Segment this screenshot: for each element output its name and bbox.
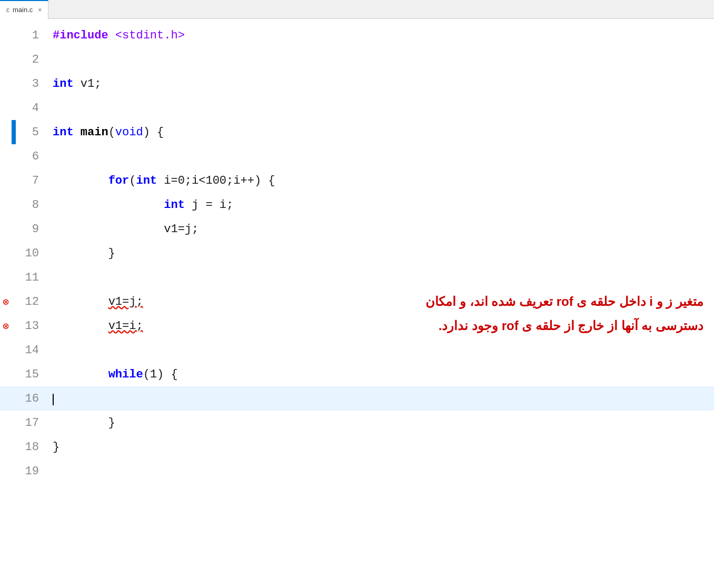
line-content-13: v1=i; — [47, 320, 418, 333]
line-number-15: 15 — [16, 368, 47, 381]
line-content-15: while(1) { — [47, 368, 714, 381]
line-number-6: 6 — [16, 150, 47, 163]
code-line-17: 17 } — [0, 411, 714, 435]
code-line-6: 6 — [0, 144, 714, 168]
code-line-2: 2 — [0, 47, 714, 72]
line-number-2: 2 — [16, 53, 47, 66]
line-content-5: int main(void) { — [47, 126, 714, 139]
editor-window: c main.c × 1#include <stdint.h>23int v1;… — [0, 0, 714, 588]
code-line-12: ⊗12 v1=j;متغیر ز و i داخل حلقه ی for تعر… — [0, 290, 714, 314]
error-dot: ⊗ — [3, 320, 9, 333]
code-line-1: 1#include <stdint.h> — [0, 23, 714, 47]
code-line-16: 16 — [0, 386, 714, 411]
error-indicator-13: ⊗ — [0, 320, 12, 333]
code-line-7: 7 for(int i=0;i<100;i++) { — [0, 168, 714, 193]
line-number-16: 16 — [16, 392, 47, 405]
code-line-15: 15 while(1) { — [0, 362, 714, 386]
line-number-10: 10 — [16, 247, 47, 260]
line-content-3: int v1; — [47, 77, 714, 91]
tab-bar: c main.c × — [0, 0, 714, 19]
code-line-4: 4 — [0, 96, 714, 120]
line-content-17: } — [47, 416, 714, 430]
code-editor[interactable]: 1#include <stdint.h>23int v1;45int main(… — [0, 19, 714, 588]
line-number-9: 9 — [16, 223, 47, 236]
line-number-18: 18 — [16, 441, 47, 454]
line-number-13: 13 — [16, 320, 47, 333]
annotation-line-12: متغیر ز و i داخل حلقه ی for تعریف شده ان… — [425, 294, 703, 309]
line-number-4: 4 — [16, 102, 47, 115]
line-content-8: int j = i; — [47, 198, 714, 212]
error-indicator-12: ⊗ — [0, 295, 12, 308]
line-content-7: for(int i=0;i<100;i++) { — [47, 174, 714, 187]
line-number-14: 14 — [16, 344, 47, 357]
line-number-5: 5 — [16, 126, 47, 139]
line-content-1: #include <stdint.h> — [47, 29, 714, 42]
annotation-line-13: دسترسی به آنها از خارج از حلقه ی for وجو… — [439, 318, 703, 333]
code-line-14: 14 — [0, 338, 714, 362]
line-content-16 — [47, 392, 714, 405]
code-line-10: 10 } — [0, 241, 714, 265]
line-content-9: v1=j; — [47, 223, 714, 236]
error-dot: ⊗ — [3, 295, 9, 308]
line-number-11: 11 — [16, 271, 47, 284]
file-tab[interactable]: c main.c × — [0, 0, 48, 19]
line-number-17: 17 — [16, 416, 47, 430]
file-tab-icon: c — [6, 6, 9, 14]
line-content-12: v1=j; — [47, 295, 404, 308]
line-content-10: } — [47, 247, 714, 260]
code-line-9: 9 v1=j; — [0, 217, 714, 241]
code-line-19: 19 — [0, 459, 714, 483]
line-number-19: 19 — [16, 465, 47, 478]
code-line-18: 18} — [0, 435, 714, 459]
code-area: 1#include <stdint.h>23int v1;45int main(… — [0, 19, 714, 483]
code-line-11: 11 — [0, 265, 714, 290]
code-line-5: 5int main(void) { — [0, 120, 714, 144]
line-number-3: 3 — [16, 77, 47, 91]
tab-close-button[interactable]: × — [38, 6, 42, 14]
code-line-13: ⊗13 v1=i;دسترسی به آنها از خارج از حلقه … — [0, 314, 714, 338]
line-number-8: 8 — [16, 198, 47, 212]
line-number-1: 1 — [16, 29, 47, 42]
file-tab-label: main.c — [13, 6, 33, 14]
code-line-3: 3int v1; — [0, 72, 714, 96]
code-line-8: 8 int j = i; — [0, 193, 714, 217]
line-content-18: } — [47, 441, 714, 454]
line-number-7: 7 — [16, 174, 47, 187]
gutter-5 — [12, 120, 16, 144]
line-number-12: 12 — [16, 295, 47, 308]
text-cursor — [53, 394, 54, 405]
